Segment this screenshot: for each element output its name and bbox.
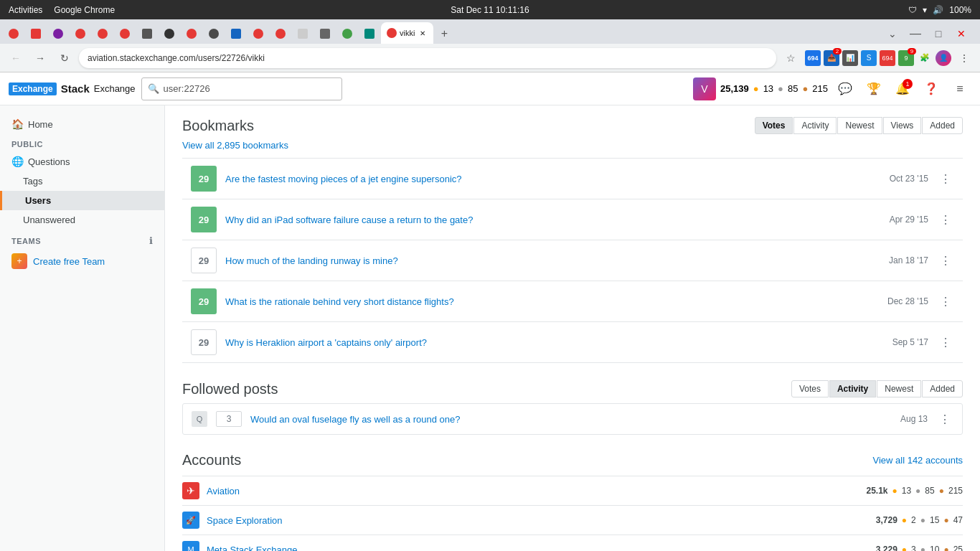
followed-post-title-1[interactable]: Would an oval fuselage fly as well as a … bbox=[250, 414, 892, 425]
bookmarks-title: Bookmarks bbox=[182, 118, 254, 134]
avatar[interactable]: V bbox=[693, 77, 716, 100]
question-title-4[interactable]: What is the rationale behind very short … bbox=[225, 296, 879, 307]
question-menu-3[interactable]: ⋮ bbox=[937, 254, 954, 268]
tab-2[interactable] bbox=[25, 24, 47, 44]
question-title-5[interactable]: Why is Heraklion airport a 'captains onl… bbox=[225, 337, 884, 348]
question-title-2[interactable]: Why did an iPad software failure cause a… bbox=[225, 215, 881, 225]
tab-9[interactable] bbox=[181, 24, 202, 44]
tab-11[interactable] bbox=[225, 24, 247, 44]
minimize-button[interactable]: — bbox=[905, 24, 925, 44]
tab-17[interactable] bbox=[359, 24, 380, 44]
followed-tab-votes[interactable]: Votes bbox=[791, 380, 829, 397]
bookmarks-tab-votes[interactable]: Votes bbox=[755, 117, 793, 134]
sidebar-item-questions[interactable]: 🌐 Questions bbox=[0, 151, 164, 171]
achievements-button[interactable]: 🏆 bbox=[862, 77, 885, 100]
account-name-1[interactable]: Aviation bbox=[207, 486, 859, 496]
tab-active[interactable]: vikki ✕ bbox=[381, 22, 433, 44]
tab-12[interactable] bbox=[248, 24, 269, 44]
tab-3[interactable] bbox=[47, 24, 69, 44]
se-search-bar[interactable]: 🔍 bbox=[141, 77, 342, 100]
list-item: Q 3 Would an oval fuselage fly as well a… bbox=[182, 403, 963, 435]
help-button[interactable]: ❓ bbox=[920, 77, 943, 100]
tab-10[interactable] bbox=[203, 24, 225, 44]
ext-icon-5[interactable]: 694 bbox=[880, 50, 895, 66]
followed-post-date-1: Aug 13 bbox=[900, 414, 928, 424]
star-button[interactable]: ☆ bbox=[781, 48, 801, 68]
create-team-item[interactable]: + Create free Team bbox=[0, 249, 164, 273]
meta-icon: M bbox=[182, 541, 199, 551]
tab-6[interactable] bbox=[114, 24, 136, 44]
app-name[interactable]: Google Chrome bbox=[54, 5, 115, 15]
se-logo-box: Exchange bbox=[9, 83, 57, 95]
followed-post-menu-1[interactable]: ⋮ bbox=[936, 413, 953, 426]
site-switcher[interactable]: ≡ bbox=[948, 77, 971, 100]
list-item: 🚀 Space Exploration 3,729 ●2 ●15 ●47 bbox=[182, 505, 963, 534]
globe-icon: 🌐 bbox=[11, 156, 24, 167]
search-input[interactable] bbox=[164, 83, 336, 94]
followed-tab-added[interactable]: Added bbox=[922, 380, 963, 397]
sidebar-item-unanswered[interactable]: Unanswered bbox=[0, 210, 164, 230]
tab-4[interactable] bbox=[70, 24, 91, 44]
se-logo[interactable]: Exchange Stack Exchange bbox=[9, 83, 136, 95]
chrome-menu-button[interactable]: ⋮ bbox=[954, 48, 974, 68]
list-item: ✈ Aviation 25.1k ●13 ●85 ●215 bbox=[182, 476, 963, 505]
tab-1[interactable] bbox=[3, 24, 24, 44]
sidebar-item-tags[interactable]: Tags bbox=[0, 171, 164, 191]
ext-icon-3[interactable]: 📊 bbox=[842, 50, 858, 66]
notif-count: 1 bbox=[903, 79, 913, 89]
ext-icon-2[interactable]: 📥 2 bbox=[824, 50, 839, 66]
tab-close[interactable]: ✕ bbox=[418, 28, 428, 38]
teams-section-title: TEAMS bbox=[11, 237, 41, 245]
question-menu-1[interactable]: ⋮ bbox=[937, 172, 954, 186]
tab-5[interactable] bbox=[92, 24, 113, 44]
bookmarks-tab-newest[interactable]: Newest bbox=[837, 117, 882, 134]
ext-icon-1[interactable]: 694 bbox=[805, 50, 821, 66]
bookmarks-tab-activity[interactable]: Activity bbox=[793, 117, 837, 134]
silver-dot: ● bbox=[915, 486, 920, 496]
back-button[interactable]: ← bbox=[6, 48, 26, 68]
forward-button[interactable]: → bbox=[30, 48, 50, 68]
question-menu-5[interactable]: ⋮ bbox=[937, 336, 954, 349]
ext-icon-6[interactable]: 9 9 bbox=[898, 50, 914, 66]
bookmarks-tab-added[interactable]: Added bbox=[922, 117, 963, 134]
account-name-2[interactable]: Space Exploration bbox=[207, 515, 869, 526]
question-date-3: Jan 18 '17 bbox=[889, 255, 928, 265]
new-tab-button[interactable]: + bbox=[434, 24, 454, 44]
followed-tab-activity[interactable]: Activity bbox=[829, 380, 876, 397]
extensions-button[interactable]: 🧩 bbox=[917, 50, 933, 66]
user-avatar-ext[interactable]: 👤 bbox=[936, 50, 951, 66]
sidebar-item-users[interactable]: Users bbox=[0, 191, 164, 210]
view-all-accounts-link[interactable]: View all 142 accounts bbox=[872, 455, 963, 466]
question-menu-2[interactable]: ⋮ bbox=[937, 213, 954, 227]
bookmarks-list: 29 Are the fastest moving pieces of a je… bbox=[182, 158, 963, 363]
tab-list-button[interactable]: ⌄ bbox=[882, 24, 903, 44]
notifications-button[interactable]: 🔔 1 bbox=[891, 77, 914, 100]
maximize-button[interactable]: □ bbox=[928, 24, 948, 44]
ext-icon-4[interactable]: S bbox=[861, 50, 877, 66]
tab-14[interactable] bbox=[292, 24, 314, 44]
bookmarks-view-all-link[interactable]: View all 2,895 bookmarks bbox=[182, 140, 288, 151]
question-menu-4[interactable]: ⋮ bbox=[937, 295, 954, 309]
gold-dot: ● bbox=[892, 486, 897, 496]
question-date-1: Oct 23 '15 bbox=[890, 174, 928, 184]
activities-label[interactable]: Activities bbox=[9, 5, 42, 15]
teams-section-header: TEAMS ℹ bbox=[0, 230, 164, 249]
url-input[interactable] bbox=[79, 48, 776, 68]
sidebar-item-home[interactable]: 🏠 Home bbox=[0, 114, 164, 134]
account-name-3[interactable]: Meta Stack Exchange bbox=[207, 545, 869, 552]
tab-7[interactable] bbox=[136, 24, 158, 44]
reload-button[interactable]: ↻ bbox=[55, 48, 75, 68]
tab-15[interactable] bbox=[314, 24, 336, 44]
bookmarks-tab-views[interactable]: Views bbox=[883, 117, 922, 134]
gold-badge-icon: ● bbox=[753, 83, 759, 94]
followed-tab-newest[interactable]: Newest bbox=[877, 380, 921, 397]
account-stats-1: 25.1k ●13 ●85 ●215 bbox=[866, 486, 963, 496]
tab-13[interactable] bbox=[270, 24, 291, 44]
tab-16[interactable] bbox=[336, 24, 358, 44]
tab-8[interactable] bbox=[159, 24, 180, 44]
question-title-1[interactable]: Are the fastest moving pieces of a jet e… bbox=[225, 174, 881, 184]
inbox-button[interactable]: 💬 bbox=[834, 77, 857, 100]
close-button[interactable]: ✕ bbox=[951, 24, 971, 44]
teams-info-icon[interactable]: ℹ bbox=[149, 235, 153, 246]
question-title-3[interactable]: How much of the landing runway is mine? bbox=[225, 255, 880, 266]
